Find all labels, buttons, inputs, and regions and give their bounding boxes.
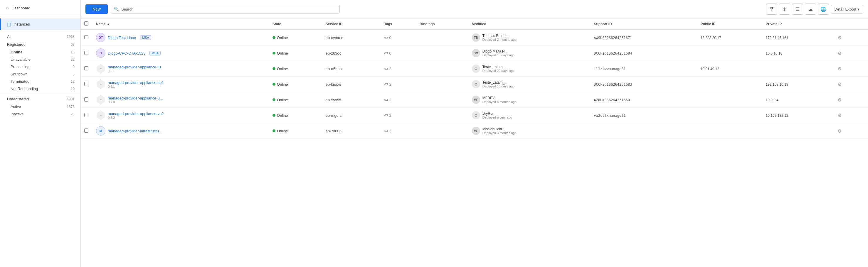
list-button[interactable]: ☰ xyxy=(792,3,803,15)
row-checkbox-cell xyxy=(81,30,93,45)
mod-avatar: ⚙ xyxy=(472,111,480,120)
avatar: M xyxy=(96,126,105,136)
instance-name-link[interactable]: managed-provider-appliance-u... xyxy=(108,96,163,100)
th-modified[interactable]: Modified xyxy=(468,19,590,30)
sidebar-filter-unregistered[interactable]: Unregistered 1901 xyxy=(0,95,81,103)
row-state-cell: Online xyxy=(269,76,322,92)
row-support-id-cell: va2ctlxmanage01 xyxy=(590,108,697,123)
row-gear-cell: ⚙ xyxy=(832,30,868,45)
instance-name-link[interactable]: Diogo Test Linux xyxy=(108,35,136,40)
instance-name-link[interactable]: managed-provider-appliance-va2 xyxy=(108,111,164,116)
th-private-ip[interactable]: Private IP xyxy=(762,19,832,30)
select-all-checkbox[interactable] xyxy=(84,22,88,26)
tags-count: 0 xyxy=(389,51,391,56)
filter-button[interactable]: ⧩ xyxy=(766,3,777,15)
sidebar-sub-inactive[interactable]: Inactive 28 xyxy=(0,110,81,118)
online-sub-label: Online xyxy=(10,50,22,54)
instance-name-link[interactable]: Diogo-CPC-CTA-1523 xyxy=(108,51,145,56)
row-modified-cell: MF MissionField 1 Deployed 3 months ago xyxy=(468,123,590,139)
public-ip-col-label: Public IP xyxy=(701,22,716,26)
export-button[interactable]: Detail Export ▾ xyxy=(831,5,863,13)
service-id-value: eb-cvmmq xyxy=(326,35,344,40)
row-modified-cell: ⚙ Teste_Latam_... Deployed 22 days ago xyxy=(468,61,590,76)
row-checkbox[interactable] xyxy=(84,35,88,39)
service-id-value: eb-z63oc xyxy=(326,51,341,56)
row-gear-button[interactable]: ⚙ xyxy=(835,65,844,73)
instance-version: 0.7.3 xyxy=(108,100,163,104)
row-checkbox[interactable] xyxy=(84,113,88,117)
row-gear-button[interactable]: ⚙ xyxy=(835,80,844,88)
sidebar-sub-online[interactable]: Online 15 xyxy=(0,48,81,56)
row-state-cell: Online xyxy=(269,30,322,45)
sidebar-dashboard-item[interactable]: ⌂ Dashboard xyxy=(0,0,81,16)
search-input[interactable] xyxy=(121,7,337,11)
instance-version: 0.5.2 xyxy=(108,116,164,120)
mod-avatar: MF xyxy=(472,96,480,104)
row-checkbox[interactable] xyxy=(84,129,88,133)
instance-name-link[interactable]: managed-provider-appliance-sp1 xyxy=(108,80,164,85)
cloud-button[interactable]: ☁ xyxy=(805,3,816,15)
th-public-ip[interactable]: Public IP xyxy=(697,19,762,30)
th-name[interactable]: Name ▲ xyxy=(93,19,269,30)
th-bindings[interactable]: Bindings xyxy=(416,19,468,30)
row-gear-button[interactable]: ⚙ xyxy=(835,127,844,135)
sidebar-sub-processing[interactable]: Processing 0 xyxy=(0,63,81,70)
th-support-id[interactable]: Support ID xyxy=(590,19,697,30)
asterisk-button[interactable]: ✳ xyxy=(779,3,790,15)
row-gear-button[interactable]: ⚙ xyxy=(835,33,844,42)
status-dot-online xyxy=(273,83,275,86)
row-private-ip-cell xyxy=(762,61,832,76)
terminated-sub-count: 12 xyxy=(71,79,74,84)
row-checkbox[interactable] xyxy=(84,66,88,70)
divider xyxy=(0,31,81,31)
th-state[interactable]: State xyxy=(269,19,322,30)
instances-icon: ◫ xyxy=(7,22,11,27)
sidebar-sub-terminated[interactable]: Terminated 12 xyxy=(0,78,81,85)
row-service-id-cell: eb-cvmmq xyxy=(322,30,381,45)
row-checkbox-cell xyxy=(81,108,93,123)
row-checkbox[interactable] xyxy=(84,97,88,102)
sidebar-sub-active[interactable]: Active 1873 xyxy=(0,103,81,110)
instance-name-link[interactable]: managed-provider-infrastructu... xyxy=(108,129,162,133)
state-col-label: State xyxy=(273,22,281,26)
sidebar-filter-registered[interactable]: Registered 67 xyxy=(0,40,81,48)
row-checkbox[interactable] xyxy=(84,82,88,86)
row-gear-cell: ⚙ xyxy=(832,92,868,108)
avatar: ·· xyxy=(96,95,105,104)
row-tags-cell: 🏷 3 xyxy=(380,123,416,139)
row-service-id-cell: eb-mgdrz xyxy=(322,108,381,123)
inactive-sub-count: 28 xyxy=(71,112,74,116)
service-id-col-label: Service ID xyxy=(326,22,343,26)
sidebar-sub-shutdown[interactable]: Shutdown 8 xyxy=(0,70,81,78)
row-gear-button[interactable]: ⚙ xyxy=(835,49,844,57)
list-icon: ☰ xyxy=(796,6,800,12)
table-header-row: Name ▲ State Service ID Tags Bindings Mo… xyxy=(81,19,868,30)
row-gear-button[interactable]: ⚙ xyxy=(835,111,844,120)
service-id-value: eb-5vx55 xyxy=(326,98,341,102)
row-modified-cell: ⚙ DryRun Deployed a year ago xyxy=(468,108,590,123)
th-service-id[interactable]: Service ID xyxy=(322,19,381,30)
row-checkbox[interactable] xyxy=(84,51,88,55)
row-public-ip-cell: 10.91.49.12 xyxy=(697,61,762,76)
globe-button[interactable]: 🌐 xyxy=(818,3,829,15)
row-private-ip-cell: 172.31.45.161 xyxy=(762,30,832,45)
sidebar-sub-unavailable[interactable]: Unavailable 22 xyxy=(0,56,81,63)
dropdown-arrow-icon: ▾ xyxy=(858,7,860,11)
sidebar-sub-not-responding[interactable]: Not Responding 10 xyxy=(0,85,81,92)
row-gear-button[interactable]: ⚙ xyxy=(835,96,844,104)
th-actions xyxy=(832,19,868,30)
toolbar: New 🔍 ⧩ ✳ ☰ ☁ 🌐 Detail Export ▾ xyxy=(81,0,868,19)
globe-icon: 🌐 xyxy=(820,6,826,12)
th-tags[interactable]: Tags xyxy=(380,19,416,30)
row-modified-cell: DM Diogo Malta N... Deployed 15 days ago xyxy=(468,45,590,61)
new-button[interactable]: New xyxy=(86,4,108,14)
row-modified-cell: MF MFDEV Deployed 6 months ago xyxy=(468,92,590,108)
instance-name-link[interactable]: managed-provider-appliance-il1 xyxy=(108,65,161,69)
row-support-id-cell: DCCFsp1S6264231684 xyxy=(590,45,697,61)
sidebar-filter-all[interactable]: All 1968 xyxy=(0,33,81,40)
mod-name: MFDEV xyxy=(483,96,517,100)
mod-name: DryRun xyxy=(483,111,513,115)
sidebar-item-instances[interactable]: ◫ Instances xyxy=(0,19,81,30)
mod-avatar: ⚙ xyxy=(472,80,480,88)
tag-icon: 🏷 xyxy=(384,35,388,40)
